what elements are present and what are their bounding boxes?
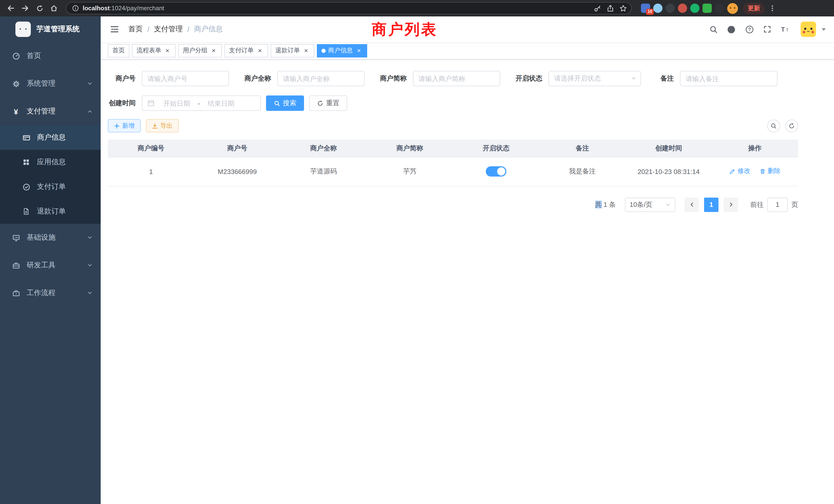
tab-pay-order[interactable]: 支付订单 bbox=[224, 44, 268, 57]
tab-user-group[interactable]: 用户分组 bbox=[178, 44, 222, 57]
extension-icon[interactable] bbox=[703, 4, 712, 13]
help-icon[interactable]: ? bbox=[743, 23, 756, 36]
forward-icon[interactable] bbox=[19, 2, 32, 15]
tab-close-icon[interactable] bbox=[355, 47, 363, 54]
page-jumper: 前往 页 bbox=[750, 197, 798, 212]
date-start-input[interactable] bbox=[158, 99, 196, 107]
cell-merchant-id: 1 bbox=[108, 157, 194, 186]
extension-icon[interactable] bbox=[690, 4, 699, 13]
tab-label: 支付订单 bbox=[229, 46, 254, 55]
sidebar-item-workflow[interactable]: 工作流程 bbox=[0, 279, 101, 307]
filter-label: 备注 bbox=[656, 74, 680, 83]
card-icon bbox=[22, 133, 31, 142]
tab-close-icon[interactable] bbox=[303, 47, 310, 54]
tab-close-icon[interactable] bbox=[164, 47, 171, 54]
breadcrumb-home[interactable]: 首页 bbox=[128, 25, 143, 34]
password-key-icon[interactable] bbox=[591, 2, 603, 14]
sidebar-item-system[interactable]: 系统管理 bbox=[0, 70, 101, 97]
status-toggle[interactable] bbox=[486, 166, 506, 177]
site-info-icon[interactable] bbox=[71, 4, 80, 13]
user-avatar[interactable] bbox=[800, 22, 816, 37]
filter-row-2: 创建时间 - 搜索 bbox=[108, 95, 798, 111]
filter-remark: 备注 bbox=[656, 71, 777, 86]
page-number-current[interactable]: 1 bbox=[704, 197, 719, 212]
export-button-label: 导出 bbox=[160, 121, 173, 130]
breadcrumb-section[interactable]: 支付管理 bbox=[154, 25, 183, 34]
sidebar-item-infra[interactable]: 基础设施 bbox=[0, 224, 101, 251]
extension-icon[interactable] bbox=[715, 4, 724, 13]
sidebar-item-home[interactable]: 首页 bbox=[0, 42, 101, 70]
tags-view-bar: 首页 流程表单 用户分组 支付订单 退款订单 商户信息 bbox=[101, 42, 834, 60]
next-page-icon[interactable] bbox=[724, 197, 738, 212]
pay-submenu: 商户信息 应用信息 支付订单 bbox=[0, 125, 101, 224]
tab-home[interactable]: 首页 bbox=[108, 44, 129, 57]
sidebar-item-label: 商户信息 bbox=[37, 133, 66, 142]
sidebar-item-devtool[interactable]: 研发工具 bbox=[0, 251, 101, 279]
tab-process-form[interactable]: 流程表单 bbox=[132, 44, 176, 57]
browser-update-button[interactable]: 更新 bbox=[743, 2, 765, 14]
reload-icon[interactable] bbox=[33, 2, 46, 15]
sidebar-item-pay[interactable]: 支付管理 bbox=[0, 97, 101, 125]
filter-label: 商户全称 bbox=[244, 74, 277, 83]
chevron-down-icon bbox=[87, 81, 92, 86]
svg-text:?: ? bbox=[748, 27, 750, 32]
date-range-picker[interactable]: - bbox=[142, 95, 261, 111]
sidebar-item-merchant-info[interactable]: 商户信息 bbox=[0, 125, 101, 150]
filter-label: 商户号 bbox=[108, 74, 142, 83]
date-end-input[interactable] bbox=[202, 99, 240, 107]
back-icon[interactable] bbox=[4, 2, 18, 15]
page-annotation: 商户列表 bbox=[372, 21, 438, 38]
tab-close-icon[interactable] bbox=[210, 47, 217, 54]
tab-label: 流程表单 bbox=[137, 46, 161, 55]
url-text: localhost:1024/pay/merchant bbox=[83, 5, 591, 12]
app-logo[interactable]: 芋道管理系统 bbox=[0, 17, 101, 42]
cell-full-name: 芋道源码 bbox=[280, 157, 367, 186]
address-bar[interactable]: localhost:1024/pay/merchant bbox=[66, 2, 632, 14]
home-icon[interactable] bbox=[47, 2, 61, 15]
search-icon[interactable] bbox=[707, 23, 720, 36]
hide-search-icon[interactable] bbox=[767, 119, 780, 132]
fullscreen-icon[interactable] bbox=[761, 23, 774, 36]
sidebar-item-app-info[interactable]: 应用信息 bbox=[0, 150, 101, 175]
delete-link[interactable]: 删除 bbox=[760, 167, 781, 176]
sidebar-toggle-icon[interactable] bbox=[109, 24, 120, 35]
browser-menu-icon[interactable] bbox=[766, 2, 779, 15]
full-name-input[interactable] bbox=[277, 71, 365, 86]
tab-merchant-info[interactable]: 商户信息 bbox=[317, 44, 367, 57]
filter-full-name: 商户全称 bbox=[244, 71, 365, 86]
goto-page-input[interactable] bbox=[767, 197, 788, 212]
merchant-no-input[interactable] bbox=[142, 71, 229, 86]
browser-profile-avatar[interactable] bbox=[727, 3, 738, 14]
sidebar-item-pay-order[interactable]: 支付订单 bbox=[0, 175, 101, 199]
search-button[interactable]: 搜索 bbox=[266, 95, 304, 111]
status-select[interactable]: 请选择开启状态 bbox=[548, 71, 641, 86]
user-menu-caret-icon[interactable] bbox=[822, 28, 826, 30]
sidebar-item-refund-order[interactable]: 退款订单 bbox=[0, 199, 101, 224]
page-size-select[interactable]: 10条/页 bbox=[625, 197, 675, 212]
prev-page-icon[interactable] bbox=[684, 197, 699, 212]
edit-link[interactable]: 修改 bbox=[729, 167, 750, 176]
share-icon[interactable] bbox=[604, 2, 616, 14]
short-name-input[interactable] bbox=[413, 71, 500, 86]
reset-button[interactable]: 重置 bbox=[309, 95, 347, 111]
github-icon[interactable] bbox=[725, 23, 738, 36]
remark-input[interactable] bbox=[680, 71, 777, 86]
refresh-icon[interactable] bbox=[785, 119, 798, 132]
add-button[interactable]: 新增 bbox=[108, 119, 141, 132]
sidebar-item-label: 工作流程 bbox=[27, 289, 56, 298]
pagination-total: 共 1 条 bbox=[595, 200, 616, 209]
export-button[interactable]: 导出 bbox=[146, 119, 179, 132]
extension-icon[interactable] bbox=[653, 4, 662, 13]
sidebar-item-label: 研发工具 bbox=[27, 261, 56, 270]
tab-close-icon[interactable] bbox=[256, 47, 263, 54]
chevron-down-icon bbox=[665, 202, 671, 207]
extension-icon[interactable]: 10 bbox=[641, 4, 650, 13]
bookmark-star-icon[interactable] bbox=[617, 2, 629, 14]
table-header-row: 商户编号 商户号 商户全称 商户简称 开启状态 备注 创建时间 操作 bbox=[108, 140, 798, 157]
font-size-icon[interactable]: TT bbox=[778, 23, 792, 36]
chevron-down-icon bbox=[87, 291, 92, 296]
extension-icon[interactable] bbox=[678, 4, 687, 13]
extension-icon[interactable] bbox=[665, 4, 675, 13]
tab-refund-order[interactable]: 退款订单 bbox=[271, 44, 314, 57]
tab-label: 商户信息 bbox=[328, 46, 353, 55]
